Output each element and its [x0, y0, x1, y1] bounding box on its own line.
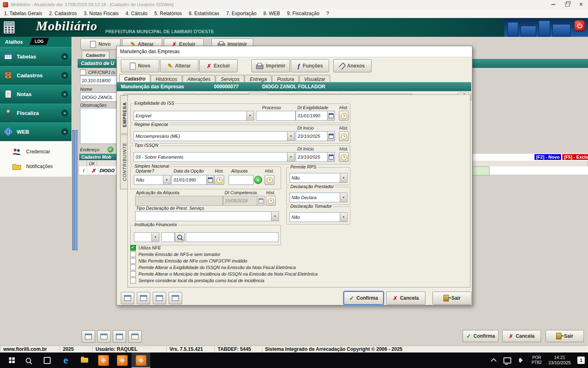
- novo-button[interactable]: Novo: [121, 59, 159, 72]
- menu-relatorios[interactable]: 5. Relatórios: [154, 11, 182, 16]
- dt-exigibilidade-input[interactable]: 01/01/1990: [296, 111, 335, 121]
- menu-ajuda[interactable]: ?: [326, 11, 329, 16]
- double-chevron-icon[interactable]: [61, 91, 68, 98]
- dt-inicio-input[interactable]: 23/10/2025: [296, 152, 335, 162]
- nav-last-button[interactable]: [169, 292, 182, 304]
- calendar-icon[interactable]: [327, 111, 334, 120]
- app-button-1[interactable]: [94, 352, 113, 368]
- app-button-2[interactable]: [113, 352, 131, 368]
- nav-next-button[interactable]: [113, 330, 126, 343]
- close-button[interactable]: ×: [574, 0, 588, 9]
- hist-button[interactable]: [339, 152, 349, 162]
- checkbox-icon[interactable]: [130, 258, 136, 264]
- chevron-down-icon[interactable]: [340, 213, 347, 222]
- checkbox-utiliza-nfe[interactable]: Utiliza NFE: [130, 245, 161, 251]
- permite-rps-select[interactable]: Não: [290, 173, 347, 183]
- chevron-down-icon[interactable]: [163, 175, 170, 184]
- anexos-button[interactable]: Anexos: [333, 59, 372, 72]
- chevron-down-icon[interactable]: [287, 153, 294, 162]
- nav-last-button[interactable]: [128, 330, 142, 343]
- nome-input[interactable]: DIOGO ZANOL: [80, 92, 118, 102]
- checkbox-alterar-municipio[interactable]: Permite Alterar o Município de Incidênci…: [130, 271, 318, 277]
- checkbox-nfse-sem-tomador[interactable]: Permite Emissão de NFS-e sem tomador: [130, 251, 220, 257]
- cancela-button[interactable]: Cancela: [386, 292, 425, 305]
- grid-col-flag[interactable]: [79, 161, 87, 167]
- power-button[interactable]: [575, 20, 585, 31]
- checkbox-icon[interactable]: [130, 265, 136, 270]
- imprimir-button[interactable]: Imprimir: [252, 59, 290, 72]
- sidebar-item-cadastros[interactable]: Cadastros: [0, 66, 71, 85]
- taskbar-search-button[interactable]: [19, 352, 38, 368]
- checkbox-local-prestacao[interactable]: Sempre considerar local da prestação com…: [130, 278, 264, 283]
- chevron-down-icon[interactable]: [340, 193, 347, 202]
- hist-button[interactable]: [339, 111, 349, 121]
- hist-button[interactable]: [214, 175, 224, 185]
- menu-cadastros[interactable]: 2. Cadastros: [49, 11, 77, 16]
- add-plus-icon[interactable]: [254, 176, 262, 184]
- declaracao-tomador-select[interactable]: Não: [290, 212, 347, 222]
- menu-fiscalizacao[interactable]: 9. Fiscalização: [287, 11, 319, 16]
- sidebar-item-notificacoes[interactable]: Notificações: [11, 162, 71, 171]
- nav-first-button[interactable]: [121, 292, 134, 304]
- calendar-icon[interactable]: [327, 132, 334, 141]
- nav-prev-button[interactable]: [97, 330, 111, 343]
- tab-cadastro[interactable]: Cadastro: [82, 51, 109, 59]
- observacoes-textarea[interactable]: [80, 108, 118, 144]
- selected-cell[interactable]: [472, 166, 490, 175]
- log-tab[interactable]: LOG: [29, 38, 49, 45]
- calendar-icon[interactable]: [206, 175, 214, 184]
- minimize-button[interactable]: [546, 0, 560, 9]
- splitter-bar[interactable]: [72, 130, 75, 250]
- start-button[interactable]: [0, 352, 19, 368]
- sidebar-item-fiscaliza[interactable]: Fiscaliza: [0, 103, 71, 122]
- nav-first-button[interactable]: [82, 330, 95, 343]
- grid-col-ok[interactable]: OK: [87, 161, 97, 167]
- cpf-input[interactable]: 10.310.018/00: [80, 76, 118, 85]
- sair-button[interactable]: Sair: [432, 292, 472, 305]
- funcoes-button[interactable]: Funções: [291, 59, 329, 72]
- double-chevron-icon[interactable]: [61, 110, 68, 117]
- excluir-button[interactable]: Excluir: [199, 59, 238, 72]
- exigibilidade-select[interactable]: Exigível: [134, 111, 254, 121]
- menu-tabelas-gerais[interactable]: 1. Tabelas Gerais: [4, 11, 42, 16]
- instituicao-codigo-input[interactable]: [161, 232, 175, 242]
- clock[interactable]: 14:21 23/10/2025: [545, 352, 574, 368]
- checkbox-checked-icon[interactable]: [130, 245, 136, 251]
- menu-notas-fiscais[interactable]: 3. Notas Fiscais: [84, 11, 118, 16]
- tipo-declaracao-select[interactable]: [135, 211, 279, 221]
- alterar-button[interactable]: Alterar: [160, 59, 198, 72]
- sidebar-item-credenciar[interactable]: Credenciar: [11, 147, 71, 157]
- hist-button[interactable]: [265, 175, 274, 185]
- nav-next-button[interactable]: [153, 292, 166, 304]
- declaracao-prestador-select[interactable]: Não Declara: [290, 193, 347, 202]
- hist-button[interactable]: [266, 196, 276, 206]
- dialog-titlebar[interactable]: Manutenção das Empresas: [117, 46, 472, 57]
- notification-icon[interactable]: 1: [577, 357, 585, 364]
- volume-button[interactable]: [514, 352, 528, 368]
- nav-prev-button[interactable]: [137, 292, 150, 304]
- processo-input[interactable]: [256, 111, 296, 121]
- menu-calculo[interactable]: 4. Cálculo: [126, 11, 147, 16]
- double-chevron-icon[interactable]: [61, 128, 68, 135]
- tipo-issqn-select[interactable]: 03 - Sobre Faturamento: [134, 152, 295, 162]
- menu-exportacao[interactable]: 7. Exportação: [226, 11, 256, 16]
- sidebar-item-tabelas[interactable]: Tabelas: [0, 47, 71, 66]
- cancela-button[interactable]: Cancela: [502, 330, 541, 342]
- task-view-button[interactable]: [38, 352, 56, 368]
- optante-select[interactable]: Não: [134, 175, 171, 185]
- aliquota-input[interactable]: [229, 175, 254, 185]
- sidebar-item-web[interactable]: WEB: [0, 122, 71, 141]
- checkbox-icon[interactable]: [130, 271, 136, 277]
- checkbox-alterar-exigibilidade[interactable]: Permite Alterar a Exigibilidade do ISSQN…: [130, 265, 296, 270]
- novo-button[interactable]: Novo: [80, 38, 120, 50]
- tray-expand-button[interactable]: [487, 352, 501, 368]
- checkbox-icon[interactable]: [130, 278, 136, 283]
- double-chevron-icon[interactable]: [61, 53, 68, 60]
- instituicao-nome-input[interactable]: [186, 232, 278, 242]
- checkbox-icon[interactable]: [130, 251, 136, 257]
- confirma-button[interactable]: Confirma: [463, 330, 499, 342]
- dt-inicio-input[interactable]: 23/10/2025: [296, 131, 335, 141]
- file-explorer-button[interactable]: [75, 352, 94, 368]
- app-button-3-active[interactable]: [131, 352, 150, 368]
- network-button[interactable]: [501, 352, 514, 368]
